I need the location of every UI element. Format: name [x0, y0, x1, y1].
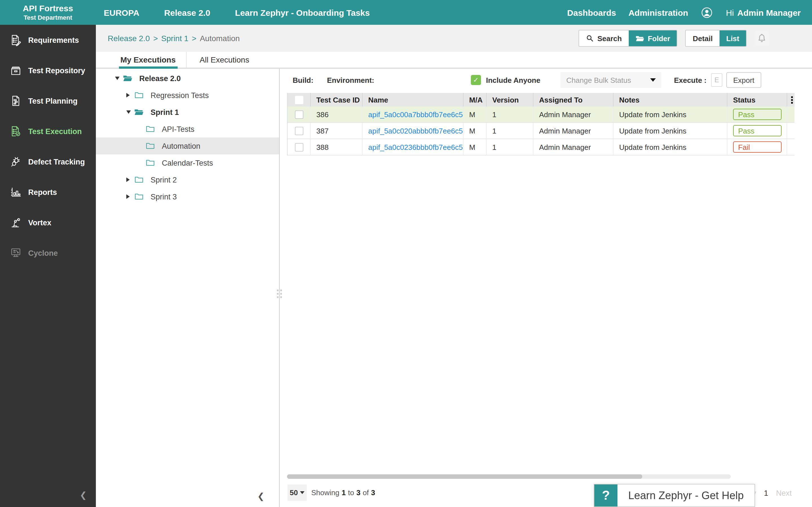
sidebar-item-test-planning[interactable]: Test Planning [0, 86, 96, 116]
next-page-button[interactable]: Next [776, 489, 792, 497]
execute-input[interactable]: E [711, 73, 722, 87]
sidebar-item-cyclone[interactable]: Cyclone [0, 238, 96, 268]
tab-my-executions[interactable]: My Executions [110, 52, 186, 68]
caret-right-icon[interactable] [126, 93, 134, 98]
sidebar-item-label: Defect Tracking [28, 158, 85, 166]
dashboards-link[interactable]: Dashboards [567, 8, 616, 17]
sidebar-item-vortex[interactable]: Vortex [0, 207, 96, 238]
notifications-button[interactable] [755, 31, 769, 46]
horizontal-scrollbar-thumb[interactable] [287, 474, 642, 479]
sidebar-item-test-repository[interactable]: Test Repository [0, 55, 96, 86]
tree-item-release-2-0[interactable]: Release 2.0 [96, 70, 279, 87]
folder-button[interactable]: Folder [628, 31, 677, 46]
help-widget[interactable]: ? Learn Zephyr - Get Help [594, 484, 755, 507]
user-name: Admin Manager [737, 8, 801, 17]
status-badge[interactable]: Pass [733, 109, 781, 120]
reports-icon [10, 186, 22, 198]
cell-version: 1 [487, 139, 534, 155]
export-button[interactable]: Export [726, 72, 761, 88]
administration-link[interactable]: Administration [628, 8, 688, 17]
breadcrumb-bar: Release 2.0 > Sprint 1 > Automation Sear… [96, 25, 812, 52]
column-ma[interactable]: M/A [463, 93, 487, 107]
caret-right-icon[interactable] [126, 194, 134, 199]
app-logo: API Fortress Test Department [0, 3, 96, 22]
column-notes[interactable]: Notes [613, 93, 727, 107]
table-row[interactable]: 386 apif_5a0c00a7bbb0fb7ee6c5... M 1 Adm… [288, 107, 795, 123]
table-row[interactable]: 387 apif_5a0c020abbb0fb7ee6c5... M 1 Adm… [288, 123, 795, 139]
breadcrumb-release[interactable]: Release 2.0 [108, 34, 150, 43]
tree-item-sprint-1[interactable]: Sprint 1 [96, 104, 279, 121]
column-test-case-id[interactable]: Test Case ID [311, 93, 363, 107]
tab-all-executions[interactable]: All Executions [186, 52, 262, 68]
row-checkbox[interactable] [295, 126, 303, 135]
row-checkbox[interactable] [295, 110, 303, 119]
app-title: API Fortress [0, 3, 96, 14]
kebab-menu-icon[interactable] [791, 96, 793, 103]
select-all-checkbox[interactable] [295, 96, 303, 104]
row-checkbox[interactable] [295, 143, 303, 151]
search-button[interactable]: Search [579, 31, 629, 46]
sidebar-item-label: Test Repository [28, 66, 85, 75]
sidebar-item-defect-tracking[interactable]: Defect Tracking [0, 147, 96, 177]
nav-item-europa[interactable]: EUROPA [104, 8, 139, 17]
current-page-number[interactable]: 1 [764, 489, 768, 497]
folder-closed-icon [134, 91, 144, 99]
greeting-text: Hi [726, 8, 734, 17]
folder-closed-icon [134, 193, 144, 201]
search-button-label: Search [598, 34, 622, 43]
executions-table: Test Case ID Name M/A Version Assigned T… [287, 93, 795, 156]
test-case-link[interactable]: apif_5a0c020abbb0fb7ee6c5... [368, 126, 463, 135]
sidebar-item-reports[interactable]: Reports [0, 177, 96, 207]
sidebar-item-requirements[interactable]: Requirements [0, 25, 96, 55]
showing-to: 3 [356, 489, 360, 497]
defect-tracking-icon [10, 156, 22, 168]
cell-test-case-id: 386 [311, 107, 363, 122]
tree-item-api-tests[interactable]: API-Tests [96, 121, 279, 137]
sidebar-item-label: Vortex [28, 218, 51, 227]
test-case-link[interactable]: apif_5a0c0236bbb0fb7ee6c5... [368, 143, 463, 151]
page-size-select[interactable]: 50 [288, 485, 307, 501]
question-mark-icon: ? [594, 485, 617, 506]
column-version[interactable]: Version [487, 93, 534, 107]
column-name[interactable]: Name [363, 93, 463, 107]
user-avatar-icon[interactable] [701, 6, 714, 19]
showing-of-word: of [363, 489, 369, 497]
table-header-row: Test Case ID Name M/A Version Assigned T… [288, 93, 795, 107]
caret-down-icon[interactable] [115, 76, 123, 80]
tree-item-regression-tests[interactable]: Regression Tests [96, 87, 279, 104]
caret-down-icon[interactable] [126, 110, 134, 114]
include-anyone-checkbox[interactable]: ✓ [471, 75, 481, 85]
column-status[interactable]: Status [727, 93, 787, 107]
status-badge[interactable]: Fail [733, 142, 781, 153]
tree-item-calendar-tests[interactable]: Calendar-Tests [96, 154, 279, 171]
table-row[interactable]: 388 apif_5a0c0236bbb0fb7ee6c5... M 1 Adm… [288, 139, 795, 156]
change-bulk-status-dropdown[interactable]: Change Bulk Status [560, 72, 661, 88]
nav-item-release[interactable]: Release 2.0 [164, 8, 210, 17]
column-assigned-to[interactable]: Assigned To [534, 93, 613, 107]
view-toolbar: Search Folder Detail List [579, 30, 769, 47]
tree-item-sprint-2[interactable]: Sprint 2 [96, 171, 279, 188]
sidebar-collapse-chevron-icon[interactable]: ❮ [80, 490, 87, 500]
tree-item-automation[interactable]: Automation [96, 137, 279, 154]
sidebar-item-test-execution[interactable]: Test Execution [0, 116, 96, 147]
showing-summary: Showing 1 to 3 of 3 [311, 489, 377, 497]
folder-open-icon [123, 74, 133, 82]
user-greeting[interactable]: Hi Admin Manager [726, 8, 801, 17]
caret-right-icon[interactable] [126, 177, 134, 182]
detail-button[interactable]: Detail [686, 31, 719, 46]
environment-label: Environment: [327, 76, 374, 84]
app-subtitle: Test Department [0, 14, 96, 22]
list-button[interactable]: List [719, 31, 746, 46]
breadcrumb-sprint[interactable]: Sprint 1 [161, 34, 189, 43]
status-badge[interactable]: Pass [733, 125, 781, 136]
test-case-link[interactable]: apif_5a0c00a7bbb0fb7ee6c5... [368, 110, 463, 119]
nav-item-learn-zephyr[interactable]: Learn Zephyr - Onboarding Tasks [235, 8, 370, 17]
split-container: Release 2.0 Regression Tests Sprint 1 [96, 69, 812, 507]
tree-item-label: Sprint 3 [151, 192, 177, 201]
panel-drag-handle-icon[interactable] [277, 290, 282, 298]
cell-ma: M [463, 107, 487, 122]
tree-item-sprint-3[interactable]: Sprint 3 [96, 188, 279, 205]
execute-label: Execute : [674, 76, 707, 84]
breadcrumb-separator: > [192, 34, 196, 43]
tree-collapse-chevron-icon[interactable]: ❮ [257, 491, 264, 501]
